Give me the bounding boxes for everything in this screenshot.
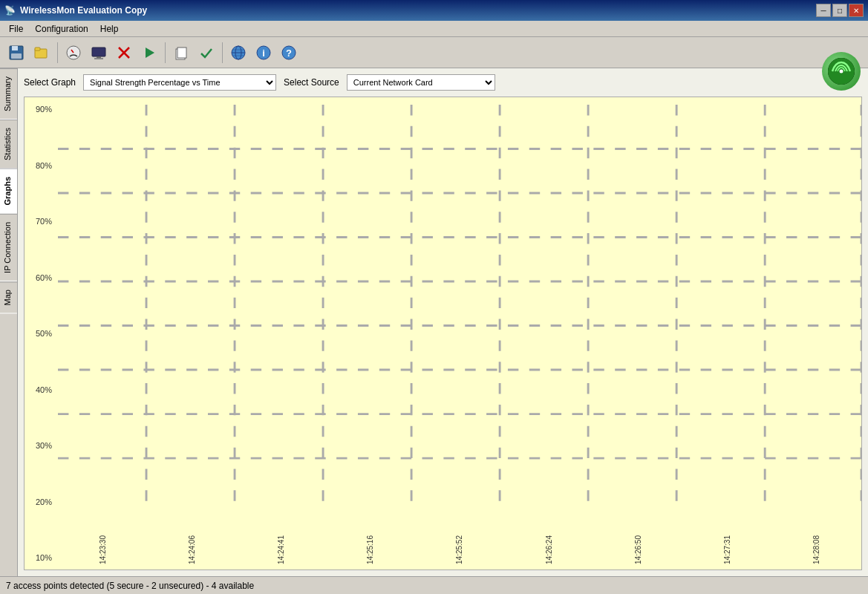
- y-label-40: 40%: [25, 385, 55, 394]
- y-label-60: 60%: [25, 273, 55, 282]
- play-button[interactable]: [137, 41, 161, 65]
- y-label-30: 30%: [25, 441, 55, 450]
- x-label-2: 14:24:41: [277, 535, 285, 564]
- delete-button[interactable]: [112, 41, 136, 65]
- x-label-8: 14:28:08: [812, 535, 820, 564]
- graph-area: Select Graph Signal Strength Percentage …: [18, 68, 868, 576]
- chart-container: 90% 80% 70% 60% 50% 40% 30% 20% 10%: [24, 97, 862, 570]
- svg-rect-4: [35, 48, 40, 50]
- svg-rect-9: [94, 58, 103, 59]
- window: 📡 WirelessMon Evaluation Copy ─ □ ✕ File…: [0, 0, 868, 594]
- maximize-button[interactable]: □: [832, 4, 847, 17]
- chart-svg: [58, 105, 861, 506]
- y-label-80: 80%: [25, 161, 55, 170]
- check-button[interactable]: [195, 41, 218, 65]
- x-label-6: 14:26:50: [634, 535, 642, 564]
- svg-rect-2: [11, 53, 22, 59]
- tab-graphs[interactable]: Graphs: [0, 169, 17, 214]
- y-label-10: 10%: [25, 553, 55, 562]
- y-label-20: 20%: [25, 497, 55, 506]
- globe-button[interactable]: [226, 41, 250, 65]
- x-label-5: 14:26:24: [545, 535, 553, 564]
- title-bar: 📡 WirelessMon Evaluation Copy ─ □ ✕: [0, 0, 868, 21]
- svg-rect-8: [97, 56, 101, 58]
- title-bar-left: 📡 WirelessMon Evaluation Copy: [4, 5, 147, 16]
- window-icon: 📡: [4, 5, 16, 16]
- x-label-1: 14:24:06: [188, 535, 196, 564]
- window-title: WirelessMon Evaluation Copy: [20, 5, 147, 16]
- open-button[interactable]: [30, 41, 53, 65]
- y-label-70: 70%: [25, 217, 55, 226]
- x-label-4: 14:25:52: [455, 535, 463, 564]
- y-axis: 90% 80% 70% 60% 50% 40% 30% 20% 10%: [25, 97, 58, 569]
- copy-button[interactable]: [169, 41, 193, 65]
- svg-rect-14: [177, 48, 186, 58]
- tab-summary[interactable]: Summary: [0, 68, 17, 120]
- y-label-50: 50%: [25, 329, 55, 338]
- save-button[interactable]: [4, 41, 28, 65]
- tab-map[interactable]: Map: [0, 281, 17, 313]
- source-select[interactable]: Current Network Card All Network Cards: [347, 74, 495, 91]
- x-label-0: 14:23:30: [99, 535, 107, 564]
- y-label-90: 90%: [25, 105, 55, 114]
- graph-label: Select Graph: [24, 77, 76, 88]
- tab-statistics[interactable]: Statistics: [0, 120, 17, 169]
- svg-marker-12: [146, 48, 154, 58]
- source-label: Select Source: [284, 77, 339, 88]
- menu-help[interactable]: Help: [94, 22, 125, 36]
- svg-point-26: [840, 70, 843, 74]
- network-button[interactable]: [87, 41, 111, 65]
- title-controls: ─ □ ✕: [816, 4, 864, 17]
- app-logo: [822, 52, 861, 91]
- menu-configuration[interactable]: Configuration: [29, 22, 94, 36]
- x-axis: 14:23:30 14:24:06 14:24:41 14:25:16 14:2…: [58, 532, 861, 569]
- main-area: Summary Statistics Graphs IP Connection …: [0, 68, 868, 576]
- status-text: 7 access points detected (5 secure - 2 u…: [6, 581, 254, 591]
- menu-bar: File Configuration Help: [0, 21, 868, 37]
- controls-row: Select Graph Signal Strength Percentage …: [24, 74, 862, 91]
- minimize-button[interactable]: ─: [816, 4, 831, 17]
- toolbar-separator-2: [165, 42, 166, 63]
- help-button[interactable]: ?: [277, 41, 301, 65]
- svg-rect-1: [12, 46, 18, 50]
- tab-ip-connection[interactable]: IP Connection: [0, 214, 17, 281]
- info-button[interactable]: i: [252, 41, 275, 65]
- status-bar: 7 access points detected (5 secure - 2 u…: [0, 576, 868, 594]
- svg-text:?: ?: [286, 48, 292, 59]
- x-label-7: 14:27:31: [723, 535, 731, 564]
- svg-rect-7: [92, 48, 105, 56]
- sidebar-tabs: Summary Statistics Graphs IP Connection …: [0, 68, 18, 576]
- x-label-3: 14:25:16: [366, 535, 374, 564]
- menu-file[interactable]: File: [3, 22, 29, 36]
- logo-area: [822, 52, 861, 91]
- toolbar: i ?: [0, 37, 868, 68]
- graph-select[interactable]: Signal Strength Percentage vs Time Signa…: [83, 74, 276, 91]
- toolbar-separator-1: [57, 42, 58, 63]
- svg-text:i: i: [262, 48, 265, 59]
- gauge-button[interactable]: [62, 41, 85, 65]
- close-button[interactable]: ✕: [849, 4, 864, 17]
- toolbar-separator-3: [222, 42, 223, 63]
- chart-inner: 90% 80% 70% 60% 50% 40% 30% 20% 10%: [25, 97, 861, 569]
